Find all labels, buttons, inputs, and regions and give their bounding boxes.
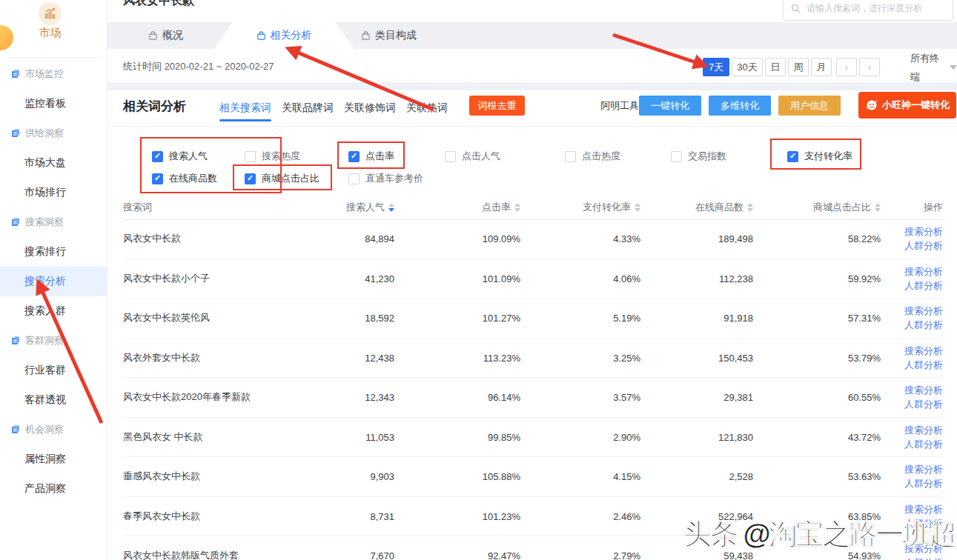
crowd-analysis-link[interactable]: 人群分析 [904,397,943,411]
search-analysis-link[interactable]: 搜索分析 [904,423,943,437]
col-header-click-rate[interactable]: 点击率 [482,201,520,214]
period-next-button[interactable]: › [859,58,880,76]
search-analysis-link[interactable]: 搜索分析 [904,462,943,476]
crowd-analysis-link[interactable]: 人群分析 [904,279,943,293]
terminal-filter[interactable]: 所有终端 [910,58,957,76]
search-popularity-cell: 41,230 [365,273,394,284]
sidebar-item-search-analysis[interactable]: 搜索分析 [0,267,107,296]
search-box[interactable] [783,0,953,21]
checkbox-icon [245,173,256,184]
search-popularity-cell: 11,053 [365,431,394,442]
sidebar-item-industry-customers[interactable]: 行业客群 [0,356,107,385]
sidebar-section-customer-insight: 客群洞察 [0,326,107,356]
wangshen-convert-button[interactable]: 小旺神一键转化 [858,92,956,119]
period-button-30d[interactable]: 30天 [732,58,763,76]
metric-checkbox-ztc-reference-price[interactable]: 直通车参考价 [348,171,423,186]
table-row: 风衣女中长款小个子 41,230 101.09% 4.06% 112,238 5… [123,259,943,299]
search-analysis-link[interactable]: 搜索分析 [904,264,943,279]
mall-click-share-cell: 58.22% [848,233,881,244]
search-analysis-link[interactable]: 搜索分析 [904,383,943,397]
mall-click-share-cell: 53.79% [848,352,881,363]
crowd-analysis-link[interactable]: 人群分析 [904,358,943,372]
col-header-online-products[interactable]: 在线商品数 [695,201,753,214]
sidebar-section-label: 供给洞察 [25,127,64,140]
panel-title: 相关词分析 [123,98,186,115]
doc-icon [11,218,20,227]
sidebar-item-search-ranking[interactable]: 搜索排行 [0,237,107,267]
crowd-analysis-link[interactable]: 人群分析 [904,318,943,332]
metric-checkbox-transaction-index[interactable]: 交易指数 [671,149,726,164]
sidebar-item-market-overview[interactable]: 市场大盘 [0,148,107,178]
crowd-analysis-link[interactable]: 人群分析 [904,476,943,490]
crowd-analysis-link[interactable]: 人群分析 [904,556,943,560]
metric-checkbox-search-heat[interactable]: 搜索热度 [245,149,300,164]
multi-dim-convert-button[interactable]: 多维转化 [709,96,771,116]
click-rate-cell: 92.47% [488,550,520,560]
keyword-cell: 垂感风衣女中长款 [123,470,200,483]
click-rate-cell: 105.88% [483,471,520,482]
metric-checkbox-mall-click-share[interactable]: 商城点击占比 [245,171,319,186]
period-prev-button[interactable]: ‹ [836,58,857,76]
click-rate-cell: 101.09% [483,273,520,284]
user-info-button[interactable]: 用户信息 [778,96,841,116]
sidebar-item-search-crowd[interactable]: 搜索人群 [0,296,107,326]
crowd-analysis-link[interactable]: 人群分析 [904,516,943,530]
mall-click-share-cell: 63.85% [848,510,881,521]
search-popularity-cell: 8,731 [370,510,394,521]
checkbox-icon [245,151,256,162]
metric-checkbox-click-popularity[interactable]: 点击人气 [445,149,500,164]
crowd-analysis-link[interactable]: 人群分析 [904,437,943,451]
panel-tab-modifier-words[interactable]: 关联修饰词 [344,101,396,115]
tab-category-composition[interactable]: 类目构成 [361,22,417,49]
search-analysis-link[interactable]: 搜索分析 [904,224,943,239]
sidebar-item-product-insight[interactable]: 产品洞察 [0,474,107,504]
sidebar-item-label: 行业客群 [24,364,66,377]
bag-icon [148,31,158,41]
online-products-cell: 121,830 [718,431,753,442]
online-products-cell: 189,498 [718,233,753,244]
period-button-week[interactable]: 周 [788,58,809,76]
wangshen-icon [865,99,878,112]
search-analysis-link[interactable]: 搜索分析 [904,541,943,556]
sort-icon [747,203,753,212]
metric-checkbox-click-rate[interactable]: 点击率 [348,149,394,164]
period-button-day[interactable]: 日 [765,58,786,76]
sidebar-item-market-ranking[interactable]: 市场排行 [0,178,107,207]
search-popularity-cell: 12,343 [365,392,394,403]
sidebar-section-label: 市场监控 [25,67,64,81]
root-dedupe-button[interactable]: 词根去重 [469,96,525,116]
search-analysis-link[interactable]: 搜索分析 [904,304,943,318]
tab-label: 相关分析 [271,29,312,42]
metric-checkbox-payment-conversion[interactable]: 支付转化率 [787,149,852,164]
crowd-analysis-link[interactable]: 人群分析 [904,239,943,253]
metric-checkbox-online-products[interactable]: 在线商品数 [152,171,217,186]
sidebar-section-label: 搜索洞察 [25,216,64,229]
sidebar-item-customer-perspective[interactable]: 客群透视 [0,385,107,415]
col-header-payment-conversion[interactable]: 支付转化率 [583,201,640,214]
online-products-cell: 150,453 [718,352,753,363]
search-input[interactable] [805,2,945,14]
col-header-search-popularity[interactable]: 搜索人气 [346,201,394,214]
panel-tab-hot-words[interactable]: 关联热词 [406,101,448,115]
period-button-month[interactable]: 月 [811,58,832,76]
floating-widget-button[interactable] [0,25,13,50]
sidebar-item-attribute-insight[interactable]: 属性洞察 [0,444,107,474]
col-header-mall-click-share[interactable]: 商城点击占比 [813,201,881,214]
period-button-7d[interactable]: 7天 [703,58,729,76]
tab-related-analysis[interactable]: 相关分析 [213,22,354,49]
metric-checkbox-click-heat[interactable]: 点击热度 [565,149,620,164]
tab-overview[interactable]: 概况 [148,22,183,49]
panel-tab-brand-words[interactable]: 关联品牌词 [282,101,334,115]
doc-icon [11,70,20,79]
panel-tab-related-search-words[interactable]: 相关搜索词 [219,101,271,115]
search-analysis-link[interactable]: 搜索分析 [904,502,943,516]
checkbox-icon [671,151,682,162]
stat-time: 统计时间 2020-02-21 ~ 2020-02-27 [123,57,274,76]
doc-icon [11,336,20,345]
actions-cell: 搜索分析人群分析 [904,264,943,293]
metric-checkbox-search-popularity[interactable]: 搜索人气 [152,149,208,164]
sidebar-item-monitor-board[interactable]: 监控看板 [0,89,107,119]
search-analysis-link[interactable]: 搜索分析 [904,344,943,358]
one-key-convert-button[interactable]: 一键转化 [639,96,701,116]
metric-label: 点击人气 [462,150,500,163]
